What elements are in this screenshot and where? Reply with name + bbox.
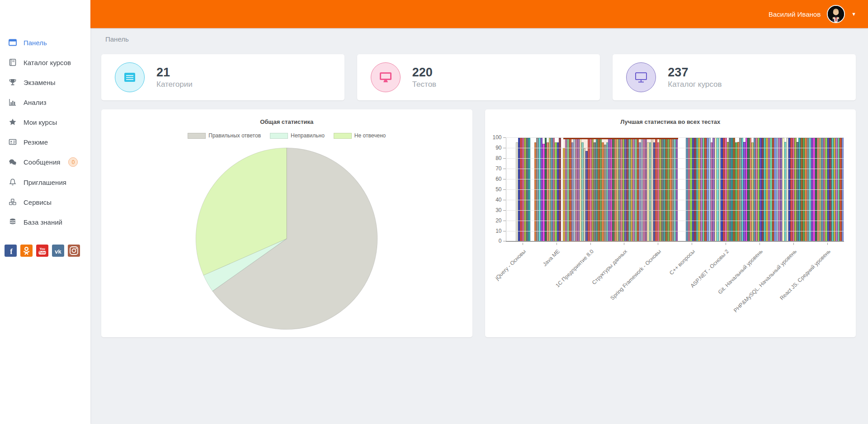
svg-text:Tube: Tube [39,251,46,254]
stat-card-tests: 220Тестов [357,54,600,100]
charts-row: Общая статистика Правильных ответовНепра… [101,109,856,337]
pie-legend: Правильных ответовНеправильноНе отвечено [101,132,472,139]
y-tick-mark [503,137,506,138]
trophy-icon [8,78,17,87]
y-tick-mark [503,210,506,211]
legend-item[interactable]: Не отвечено [334,132,386,139]
x-tick-mark [624,243,624,245]
x-tick-mark [590,243,591,245]
legend-item[interactable]: Правильных ответов [188,132,261,139]
legend-swatch [334,133,352,139]
bell-icon [8,178,17,187]
x-tick-mark [692,243,692,245]
stat-label: Тестов [412,80,436,89]
stat-card-categories: 21Категории [101,54,344,100]
star-icon [8,118,17,127]
stat-label: Категории [156,80,193,89]
y-tick-mark [503,200,506,200]
book-icon [8,58,17,67]
sidebar-menu: ПанельКаталог курсовЭкзаменыАнализМои ку… [0,0,90,232]
x-tick-mark [658,243,658,245]
x-tick-mark [793,243,794,245]
bar-chart-icon [8,98,17,107]
sidebar-item-analysis[interactable]: Анализ [0,92,90,112]
sidebar-item-resume[interactable]: Резюме [0,132,90,152]
sidebar-item-knowledge-base[interactable]: База знаний [0,212,90,232]
y-tick-mark [503,169,506,169]
sidebar-item-label: Сервисы [24,198,52,206]
stat-value: 237 [668,66,722,80]
facebook-icon[interactable]: f [5,245,17,257]
sidebar-item-label: Резюме [24,138,48,146]
highlight-band [563,138,678,242]
bar-slot [842,138,844,242]
x-tick-mark [557,243,557,245]
stat-value: 220 [412,66,436,80]
breadcrumb-bar: Панель [90,28,868,50]
y-tick-mark [503,231,506,231]
sidebar-item-label: База знаний [24,218,62,226]
cubes-icon [8,198,17,207]
x-tick-mark [726,243,726,245]
sidebar-item-invitations[interactable]: Приглашения [0,172,90,192]
vk-icon[interactable]: vk [52,245,64,257]
main-content: Панель 21Категории220Тестов237Каталог ку… [90,0,868,337]
monitor-outline-icon [626,62,656,92]
x-tick-label: PHP&MySQL. Начальный уровень [732,248,798,314]
bar-chart-plot: 0102030405060708090100 [506,138,844,242]
legend-item[interactable]: Неправильно [270,132,325,139]
youtube-icon[interactable]: YouTube [36,245,48,257]
sidebar-item-course-catalog[interactable]: Каталог курсов [0,52,90,72]
sidebar-item-label: Экзамены [24,79,55,86]
y-tick-mark [503,189,506,190]
bar [842,138,844,242]
id-card-icon [8,137,17,146]
x-tick-label: 1С Предприятие 8.0 [554,248,595,289]
stat-value: 21 [156,66,193,80]
x-tick-label: jQuery - Основы [494,248,527,281]
svg-text:vk: vk [55,248,61,255]
x-tick-label: C++ вопросы [668,248,696,276]
sidebar-item-messages[interactable]: Сообщения0 [0,152,90,172]
topbar: Василий Иванов ▼ [90,0,868,28]
instagram-icon[interactable] [68,245,80,257]
sidebar-item-my-courses[interactable]: Мои курсы [0,112,90,132]
messages-icon [8,158,17,167]
x-tick-mark [827,243,828,245]
pie-chart-title: Общая статистика [101,118,472,125]
legend-swatch [270,133,288,139]
sidebar-item-exams[interactable]: Экзамены [0,72,90,92]
y-tick-mark [503,241,506,241]
x-tick-label: Java ME [542,248,561,268]
x-tick-mark [760,243,760,245]
stat-card-course-catalog: 237Каталог курсов [613,54,856,100]
stat-label: Каталог курсов [668,80,722,89]
legend-swatch [188,133,206,139]
x-tick-mark [523,243,523,245]
user-name[interactable]: Василий Иванов [769,10,821,18]
breadcrumb: Панель [105,35,129,43]
x-tick-label: Структуры данных [591,248,628,286]
odnoklassniki-icon[interactable] [20,245,33,257]
x-axis-labels: jQuery - ОсновыJava ME1С Предприятие 8.0… [506,243,844,320]
y-tick-mark [503,179,506,179]
sidebar-item-services[interactable]: Сервисы [0,192,90,212]
social-links: fYouTubevk [0,232,90,257]
stats-row: 21Категории220Тестов237Каталог курсов [101,54,856,100]
y-tick-mark [503,148,506,148]
avatar[interactable] [827,5,845,23]
y-tick-mark [503,221,506,221]
messages-count-badge: 0 [68,157,78,167]
pie-chart [101,145,472,332]
sidebar-item-label: Приглашения [24,179,66,186]
legend-label: Неправильно [291,132,325,139]
sidebar: ПанельКаталог курсовЭкзаменыАнализМои ку… [0,0,90,424]
y-tick-mark [503,158,506,159]
user-menu-caret-icon[interactable]: ▼ [851,11,856,17]
legend-label: Правильных ответов [208,132,261,139]
dashboard-icon [8,38,17,47]
sidebar-item-label: Сообщения [24,158,60,166]
legend-label: Не отвечено [354,132,386,139]
pie-chart-card: Общая статистика Правильных ответовНепра… [101,109,472,337]
sidebar-item-dashboard[interactable]: Панель [0,33,90,52]
